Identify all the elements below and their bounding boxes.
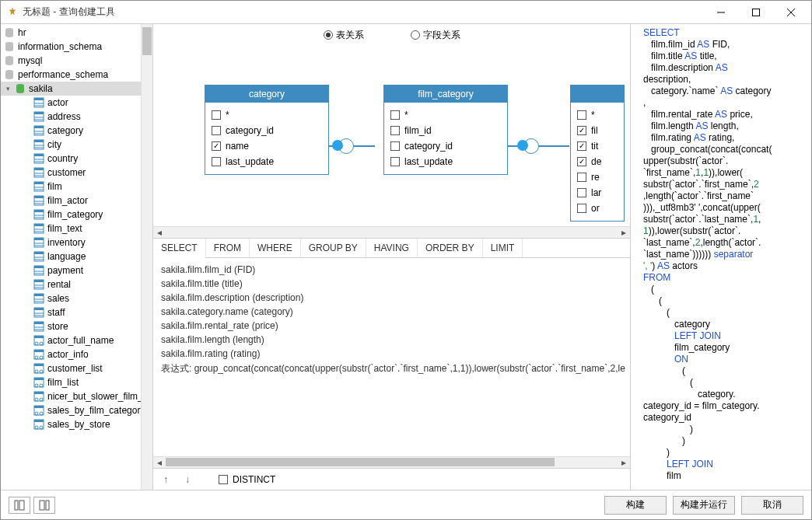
db-item[interactable]: hr: [1, 26, 141, 40]
db-item[interactable]: mysql: [1, 54, 141, 68]
field-checkbox[interactable]: [390, 110, 400, 120]
field-checkbox[interactable]: [577, 110, 586, 120]
join-handle[interactable]: [332, 138, 354, 154]
tab-select[interactable]: SELECT: [153, 239, 206, 257]
db-item-active[interactable]: ▾sakila: [1, 82, 141, 96]
field-checkbox[interactable]: [212, 141, 221, 151]
table-item[interactable]: customer: [1, 166, 141, 180]
db-item[interactable]: information_schema: [1, 40, 141, 54]
tab-orderby[interactable]: ORDER BY: [418, 239, 483, 257]
field-row[interactable]: re: [577, 169, 618, 185]
minimize-button[interactable]: [703, 2, 738, 23]
field-checkbox[interactable]: [390, 141, 400, 151]
field-checkbox[interactable]: [577, 126, 586, 135]
table-item[interactable]: staff: [1, 305, 141, 319]
field-checkbox[interactable]: [390, 126, 400, 135]
sidebar-scrollbar[interactable]: [141, 24, 152, 490]
tab-where[interactable]: WHERE: [250, 239, 301, 257]
select-item[interactable]: sakila.film.rating (rating): [161, 348, 622, 362]
scroll-right-icon[interactable]: ▸: [618, 227, 630, 238]
field-row[interactable]: de: [577, 154, 618, 169]
diagram-canvas[interactable]: category *category_idnamelast_update fil…: [153, 46, 630, 226]
sql-preview[interactable]: SELECT film.film_id AS FID, film.title A…: [631, 24, 811, 490]
select-item[interactable]: sakila.film.description (description): [161, 292, 622, 306]
tab-groupby[interactable]: GROUP BY: [301, 239, 366, 257]
field-checkbox[interactable]: [577, 188, 586, 197]
maximize-button[interactable]: [738, 2, 773, 23]
tab-from[interactable]: FROM: [206, 239, 250, 257]
table-card-film-category[interactable]: film_category *film_idcategory_idlast_up…: [383, 85, 508, 175]
canvas-hscroll[interactable]: ◂ ▸: [153, 226, 630, 238]
table-item[interactable]: film_actor: [1, 194, 141, 208]
fold-gutter[interactable]: [632, 27, 643, 482]
table-item[interactable]: film_text: [1, 222, 141, 236]
table-item[interactable]: actor: [1, 96, 141, 110]
table-item[interactable]: sales: [1, 291, 141, 305]
field-row[interactable]: lar: [577, 185, 618, 201]
build-run-button[interactable]: 构建并运行: [673, 496, 735, 515]
field-row[interactable]: fil: [577, 123, 618, 138]
table-item[interactable]: city: [1, 138, 141, 152]
table-item[interactable]: address: [1, 110, 141, 124]
table-item[interactable]: film: [1, 180, 141, 194]
view-item[interactable]: sales_by_film_category: [1, 403, 141, 417]
table-item[interactable]: rental: [1, 277, 141, 291]
table-item[interactable]: payment: [1, 263, 141, 277]
distinct-checkbox[interactable]: DISTINCT: [219, 474, 275, 485]
field-row[interactable]: last_update: [212, 154, 322, 169]
table-item[interactable]: inventory: [1, 236, 141, 250]
radio-field-relation[interactable]: 字段关系: [411, 29, 460, 42]
build-button[interactable]: 构建: [604, 496, 667, 515]
select-item[interactable]: 表达式: group_concat(concat(concat(upper(su…: [161, 362, 622, 376]
move-up-button[interactable]: ↑: [159, 474, 172, 485]
view-item[interactable]: sales_by_store: [1, 417, 141, 431]
close-button[interactable]: [773, 2, 808, 23]
view-item[interactable]: film_list: [1, 375, 141, 389]
tab-limit[interactable]: LIMIT: [483, 239, 523, 257]
field-checkbox[interactable]: [390, 157, 400, 166]
table-item[interactable]: store: [1, 319, 141, 333]
table-item[interactable]: language: [1, 250, 141, 263]
field-row[interactable]: film_id: [390, 123, 501, 138]
table-card-film[interactable]: *filtitderelaror: [570, 85, 625, 222]
field-checkbox[interactable]: [577, 157, 586, 166]
collapse-icon[interactable]: ▾: [4, 85, 12, 92]
move-down-button[interactable]: ↓: [181, 474, 194, 485]
field-row[interactable]: *: [577, 107, 618, 123]
table-card-category[interactable]: category *category_idnamelast_update: [205, 85, 329, 175]
view-item[interactable]: nicer_but_slower_film_list: [1, 389, 141, 403]
table-item[interactable]: country: [1, 152, 141, 166]
field-row[interactable]: category_id: [212, 123, 322, 138]
cancel-button[interactable]: 取消: [741, 496, 803, 515]
view-item[interactable]: actor_info: [1, 347, 141, 361]
radio-table-relation[interactable]: 表关系: [324, 29, 364, 42]
scroll-left-icon[interactable]: ◂: [153, 457, 166, 468]
db-item[interactable]: performance_schema: [1, 68, 141, 82]
field-checkbox[interactable]: [577, 173, 586, 182]
field-checkbox[interactable]: [212, 157, 221, 166]
field-row[interactable]: *: [212, 107, 322, 123]
select-item[interactable]: sakila.film.rental_rate (price): [161, 320, 622, 334]
view-item[interactable]: actor_full_name: [1, 333, 141, 347]
field-checkbox[interactable]: [212, 126, 221, 135]
field-checkbox[interactable]: [577, 204, 586, 213]
tab-having[interactable]: HAVING: [366, 239, 418, 257]
table-item[interactable]: film_category: [1, 208, 141, 222]
select-item[interactable]: sakila.category.name (category): [161, 306, 622, 320]
select-item[interactable]: sakila.film.title (title): [161, 278, 622, 292]
select-item[interactable]: sakila.film.length (length): [161, 334, 622, 348]
layout-toggle-1[interactable]: [9, 497, 30, 514]
select-columns-list[interactable]: sakila.film.film_id (FID)sakila.film.tit…: [153, 258, 630, 456]
table-item[interactable]: category: [1, 124, 141, 138]
select-item[interactable]: sakila.film.film_id (FID): [161, 264, 622, 278]
view-item[interactable]: customer_list: [1, 361, 141, 375]
field-row[interactable]: or: [577, 201, 618, 216]
db-tree[interactable]: hr information_schema mysql performance_…: [1, 24, 141, 490]
field-row[interactable]: last_update: [390, 154, 501, 169]
field-checkbox[interactable]: [577, 141, 586, 151]
field-row[interactable]: category_id: [390, 138, 501, 154]
field-row[interactable]: name: [212, 138, 322, 154]
field-row[interactable]: *: [390, 107, 501, 123]
join-handle[interactable]: [517, 138, 539, 154]
scroll-right-icon[interactable]: ▸: [618, 457, 630, 468]
